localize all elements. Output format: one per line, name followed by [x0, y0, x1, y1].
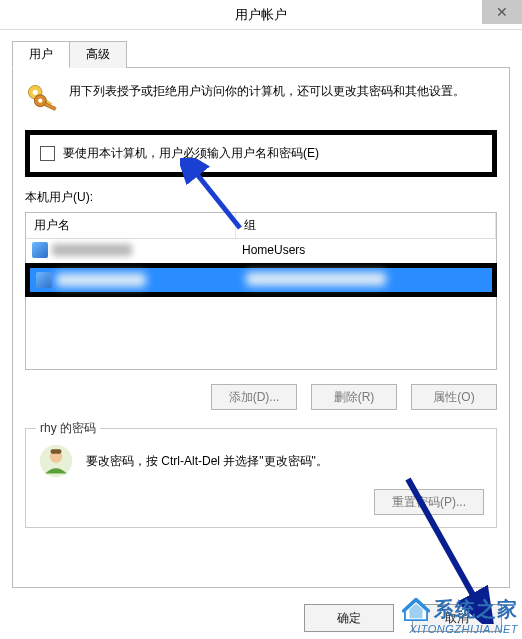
tabs: 用户 高级: [12, 40, 510, 68]
password-fieldset: rhy 的密码 要改密码，按 Ctrl-Alt-Del 并选择"更改密码"。 重…: [25, 428, 497, 528]
remove-button[interactable]: 删除(R): [311, 384, 397, 410]
username-redacted: [52, 244, 132, 256]
dialog-buttons: 确定 取消: [12, 604, 510, 632]
require-password-checkbox[interactable]: [40, 146, 55, 161]
password-instruction: 要改密码，按 Ctrl-Alt-Del 并选择"更改密码"。: [86, 453, 328, 470]
table-row[interactable]: HomeUsers: [26, 239, 496, 261]
user-icon: [32, 242, 48, 258]
selected-row-highlight: [25, 263, 497, 297]
close-button[interactable]: ✕: [482, 0, 522, 24]
require-password-label: 要使用本计算机，用户必须输入用户名和密码(E): [63, 145, 319, 162]
password-row: 要改密码，按 Ctrl-Alt-Del 并选择"更改密码"。: [38, 443, 484, 479]
require-password-row: 要使用本计算机，用户必须输入用户名和密码(E): [25, 130, 497, 177]
user-list: 用户名 组 HomeUsers: [25, 212, 497, 370]
close-icon: ✕: [496, 4, 508, 20]
window-title: 用户帐户: [235, 6, 287, 24]
keys-icon: [25, 82, 59, 116]
add-button[interactable]: 添加(D)...: [211, 384, 297, 410]
user-icon: [36, 272, 52, 288]
table-row-selected[interactable]: [30, 268, 492, 292]
password-legend: rhy 的密码: [36, 420, 100, 437]
svg-rect-8: [51, 449, 62, 454]
svg-point-4: [38, 99, 42, 103]
titlebar: 用户帐户 ✕: [0, 0, 522, 30]
intro-text: 用下列表授予或拒绝用户访问你的计算机，还可以更改其密码和其他设置。: [69, 82, 497, 101]
list-empty-area: [26, 299, 496, 369]
intro-row: 用下列表授予或拒绝用户访问你的计算机，还可以更改其密码和其他设置。: [25, 82, 497, 116]
username-redacted: [56, 273, 146, 287]
dialog-body: 用户 高级 用下列表授予或拒绝用户访问你的计算机，还可以更改其密码和其他设置。 …: [0, 30, 522, 639]
list-buttons: 添加(D)... 删除(R) 属性(O): [25, 384, 497, 410]
tab-panel-user: 用下列表授予或拒绝用户访问你的计算机，还可以更改其密码和其他设置。 要使用本计算…: [12, 68, 510, 588]
reset-password-button[interactable]: 重置密码(P)...: [374, 489, 484, 515]
column-group[interactable]: 组: [236, 213, 496, 238]
user-avatar-icon: [38, 443, 74, 479]
tab-advanced[interactable]: 高级: [69, 41, 127, 68]
svg-point-1: [33, 90, 38, 95]
group-redacted: [246, 272, 386, 286]
list-rows: HomeUsers: [26, 239, 496, 369]
local-users-label: 本机用户(U):: [25, 187, 497, 208]
column-username[interactable]: 用户名: [26, 213, 236, 238]
properties-button[interactable]: 属性(O): [411, 384, 497, 410]
cell-group: HomeUsers: [236, 243, 496, 257]
tab-user[interactable]: 用户: [12, 41, 70, 68]
list-header: 用户名 组: [26, 213, 496, 239]
cancel-button[interactable]: 取消: [412, 604, 502, 632]
ok-button[interactable]: 确定: [304, 604, 394, 632]
